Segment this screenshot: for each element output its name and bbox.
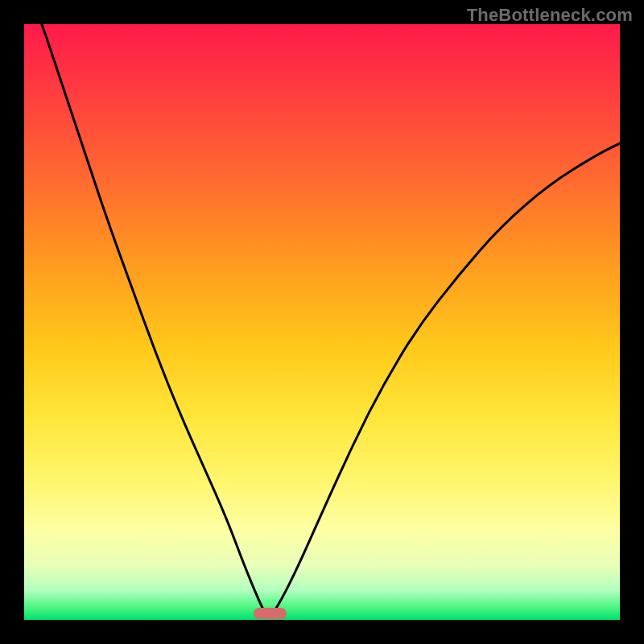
bottleneck-curve bbox=[24, 24, 620, 620]
optimal-zone-bar bbox=[254, 608, 287, 619]
plot-area bbox=[24, 24, 620, 620]
curve-path bbox=[24, 24, 620, 615]
watermark-text: TheBottleneck.com bbox=[467, 5, 633, 26]
outer-frame: TheBottleneck.com bbox=[0, 0, 644, 644]
